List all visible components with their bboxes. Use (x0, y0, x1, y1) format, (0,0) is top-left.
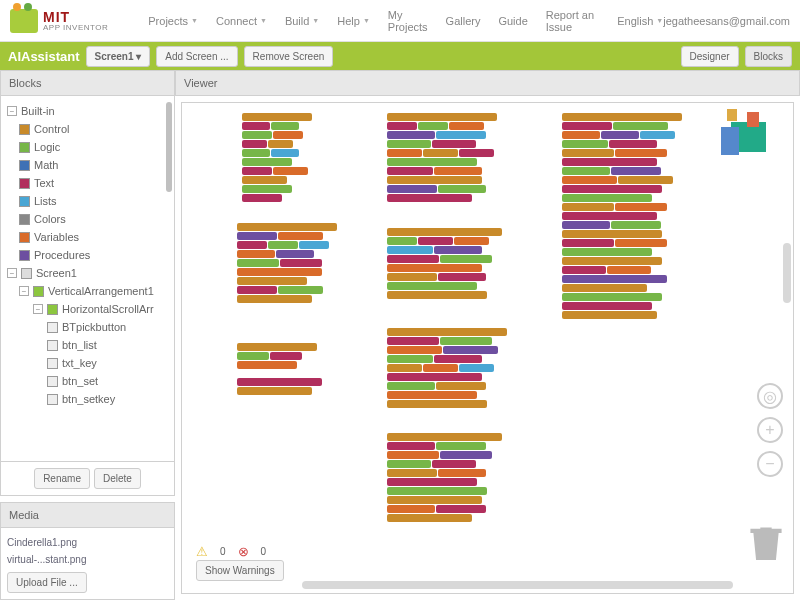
text-swatch-icon (19, 178, 30, 189)
warnings-bar: ⚠0 ⊗0 (196, 544, 266, 559)
app-inventor-logo-icon (10, 9, 38, 33)
component-icon (47, 376, 58, 387)
media-list: Cinderella1.png virtual-...stant.png Upl… (0, 528, 175, 600)
tree-btn-setkey[interactable]: btn_setkey (5, 390, 170, 408)
upload-file-button[interactable]: Upload File ... (7, 572, 87, 593)
collapse-icon[interactable]: − (7, 106, 17, 116)
component-icon (47, 322, 58, 333)
tree-horizontal-scroll[interactable]: −HorizontalScrollArr (5, 300, 170, 318)
menu-guide[interactable]: Guide (498, 9, 527, 33)
layout-icon (47, 304, 58, 315)
chevron-down-icon: ▾ (136, 51, 141, 62)
logo[interactable]: MIT APP INVENTOR (10, 9, 108, 33)
collapse-icon[interactable]: − (19, 286, 29, 296)
tree-screen1[interactable]: −Screen1 (5, 264, 170, 282)
project-name: AIAssistant (8, 49, 80, 64)
control-swatch-icon (19, 124, 30, 135)
main-menu: Projects▼ Connect▼ Build▼ Help▼ My Proje… (148, 9, 663, 33)
media-panel: Media Cinderella1.png virtual-...stant.p… (0, 502, 175, 600)
tree-scrollbar[interactable] (166, 102, 172, 192)
error-icon: ⊗ (238, 544, 249, 559)
canvas-v-scrollbar[interactable] (783, 243, 791, 303)
screen-icon (21, 268, 32, 279)
error-count: 0 (261, 546, 267, 557)
zoom-out-icon[interactable]: − (757, 451, 783, 477)
top-bar: MIT APP INVENTOR Projects▼ Connect▼ Buil… (0, 0, 800, 42)
designer-button[interactable]: Designer (681, 46, 739, 67)
tree-btpickbutton[interactable]: BTpickbutton (5, 318, 170, 336)
logo-mit: MIT (43, 10, 108, 24)
project-bar: AIAssistant Screen1 ▾ Add Screen ... Rem… (0, 42, 800, 70)
tree-btn-list[interactable]: btn_list (5, 336, 170, 354)
tree-txt-key[interactable]: txt_key (5, 354, 170, 372)
remove-screen-button[interactable]: Remove Screen (244, 46, 334, 67)
media-item[interactable]: virtual-...stant.png (7, 551, 168, 568)
procedures-swatch-icon (19, 250, 30, 261)
menu-gallery[interactable]: Gallery (446, 9, 481, 33)
media-item[interactable]: Cinderella1.png (7, 534, 168, 551)
blocks-workspace[interactable] (192, 113, 783, 583)
sidebar: Blocks −Built-in Control Logic Math Text… (0, 70, 175, 600)
tree-text[interactable]: Text (5, 174, 170, 192)
chevron-down-icon: ▼ (191, 17, 198, 24)
menu-connect[interactable]: Connect▼ (216, 9, 267, 33)
menu-report-issue[interactable]: Report an Issue (546, 9, 599, 33)
show-warnings-button[interactable]: Show Warnings (196, 560, 284, 581)
menu-help[interactable]: Help▼ (337, 9, 370, 33)
screen-selector[interactable]: Screen1 ▾ (86, 46, 151, 67)
chevron-down-icon: ▼ (363, 17, 370, 24)
chevron-down-icon: ▼ (312, 17, 319, 24)
tree-buttons: Rename Delete (0, 462, 175, 496)
tree-builtin[interactable]: −Built-in (5, 102, 170, 120)
backpack-icon[interactable] (721, 107, 781, 157)
tree-vertical-arrangement[interactable]: −VerticalArrangement1 (5, 282, 170, 300)
blocks-panel-header: Blocks (0, 70, 175, 96)
collapse-icon[interactable]: − (33, 304, 43, 314)
tree-logic[interactable]: Logic (5, 138, 170, 156)
user-email[interactable]: jegatheesans@gmail.com (663, 15, 790, 27)
canvas-h-scrollbar[interactable] (302, 581, 733, 589)
logic-swatch-icon (19, 142, 30, 153)
menu-my-projects[interactable]: My Projects (388, 9, 428, 33)
tree-btn-set[interactable]: btn_set (5, 372, 170, 390)
main-area: Blocks −Built-in Control Logic Math Text… (0, 70, 800, 600)
viewer-header: Viewer (175, 70, 800, 96)
warning-count: 0 (220, 546, 226, 557)
tree-colors[interactable]: Colors (5, 210, 170, 228)
component-icon (47, 340, 58, 351)
canvas-controls: ◎ + − (757, 383, 783, 477)
tree-procedures[interactable]: Procedures (5, 246, 170, 264)
tree-lists[interactable]: Lists (5, 192, 170, 210)
blocks-button[interactable]: Blocks (745, 46, 792, 67)
menu-build[interactable]: Build▼ (285, 9, 319, 33)
tree-variables[interactable]: Variables (5, 228, 170, 246)
rename-button[interactable]: Rename (34, 468, 90, 489)
layout-icon (33, 286, 44, 297)
colors-swatch-icon (19, 214, 30, 225)
tree-math[interactable]: Math (5, 156, 170, 174)
math-swatch-icon (19, 160, 30, 171)
target-icon[interactable]: ◎ (757, 383, 783, 409)
menu-projects[interactable]: Projects▼ (148, 9, 198, 33)
blocks-canvas[interactable]: ◎ + − ⚠0 ⊗0 Show Warnings (181, 102, 794, 594)
delete-button[interactable]: Delete (94, 468, 141, 489)
blocks-tree[interactable]: −Built-in Control Logic Math Text Lists … (0, 96, 175, 462)
collapse-icon[interactable]: − (7, 268, 17, 278)
component-icon (47, 394, 58, 405)
tree-control[interactable]: Control (5, 120, 170, 138)
media-header: Media (0, 502, 175, 528)
menu-language[interactable]: English▼ (617, 9, 663, 33)
warning-icon: ⚠ (196, 544, 208, 559)
chevron-down-icon: ▼ (260, 17, 267, 24)
logo-sub: APP INVENTOR (43, 24, 108, 32)
variables-swatch-icon (19, 232, 30, 243)
viewer-panel: Viewer ◎ + − (175, 70, 800, 600)
component-icon (47, 358, 58, 369)
zoom-in-icon[interactable]: + (757, 417, 783, 443)
trash-icon[interactable] (749, 523, 783, 563)
lists-swatch-icon (19, 196, 30, 207)
add-screen-button[interactable]: Add Screen ... (156, 46, 237, 67)
